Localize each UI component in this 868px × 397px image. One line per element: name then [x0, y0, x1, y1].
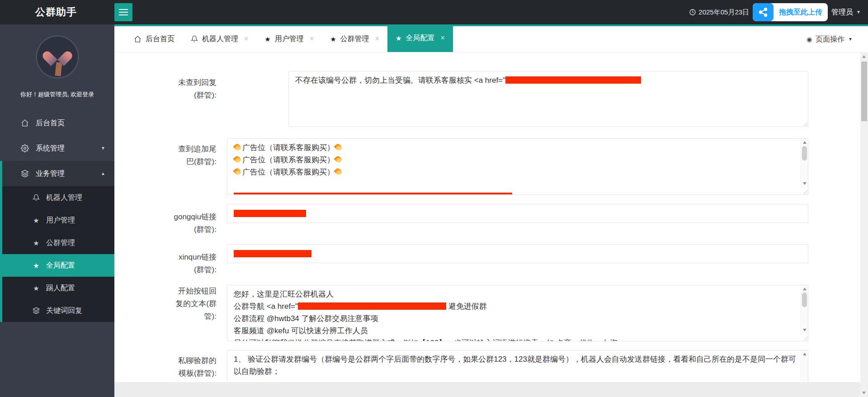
topbar-right: 2025年05月23日 拖拽至此上传 管理员 ▼ [689, 3, 868, 21]
fire-icon [233, 155, 242, 164]
redacted-text [234, 210, 306, 217]
current-date: 2025年05月23日 [689, 8, 749, 17]
upload-hint-label: 拖拽至此上传 [774, 8, 828, 17]
text-segment: 不存在该编号公群，切勿上当受骗。请联系客服核实 <a href=" [295, 76, 505, 85]
scroll-down-icon[interactable] [803, 182, 807, 185]
scrollbar-thumb[interactable] [802, 293, 807, 307]
fire-icon [334, 167, 343, 176]
no-result-reply-textarea[interactable]: 不存在该编号公群，切勿上当受骗。请联系客服核实 <a href=" [288, 71, 808, 127]
tab-robot-manage[interactable]: 机器人管理 × [183, 26, 256, 52]
text-segment: 广告位（请联系客服购买） [242, 143, 335, 152]
scroll-up-icon[interactable] [862, 55, 866, 58]
text-segment: 公群流程 @hwtb34 了解公群交易注意事项 [234, 314, 378, 323]
scroll-down-icon[interactable] [803, 329, 807, 331]
clock-icon [689, 9, 696, 16]
text-segment: 广告位（请联系客服购买） [242, 168, 335, 176]
redacted-text [234, 193, 512, 195]
sidebar-item-business-manage[interactable]: 业务管理 ▲ [2, 161, 114, 186]
field-label-xinqun-link: xinqun链接 (群管): [114, 251, 217, 276]
start-button-text-textarea[interactable]: 您好，这里是汇旺公群机器人公群导航 <a href=" 避免进假群公群流程 @h… [227, 285, 808, 341]
bell-icon [31, 194, 41, 201]
fire-icon [233, 143, 242, 152]
fire-icon [334, 155, 343, 164]
scroll-up-icon[interactable] [803, 353, 807, 355]
text-segment: 客服频道 @kefu 可以快速分辨工作人员 [234, 326, 368, 335]
tab-global-config[interactable]: ★ 全局配置 × [387, 24, 453, 52]
text-segment: 您好，这里是汇旺公群机器人 [234, 290, 334, 298]
sidebar-item-global-config[interactable]: ★ 全局配置 [2, 254, 114, 277]
star-icon: ★ [31, 240, 41, 246]
star-icon: ★ [396, 35, 401, 42]
field-label-start-button-text: 开始按钮回 复的文本(群 管): [114, 285, 217, 323]
home-icon [134, 35, 142, 43]
drag-upload-dropzone[interactable]: 拖拽至此上传 [753, 3, 828, 21]
text-segment: 广告位（请联系客服购买） [242, 156, 335, 164]
chevron-down-icon: ▼ [848, 37, 853, 42]
app-title: 公群助手 [0, 5, 114, 19]
close-icon[interactable]: × [310, 35, 314, 43]
scroll-up-icon[interactable] [803, 141, 807, 144]
welcome-text: 你好！超级管理员, 欢迎登录 [0, 90, 114, 99]
layers-icon [20, 170, 30, 178]
star-icon: ★ [31, 262, 41, 269]
sidebar-item-system-manage[interactable]: 系统管理 ▼ [0, 136, 114, 161]
tab-group-manage[interactable]: ★ 公群管理 × [322, 26, 387, 52]
sidebar-item-user-manage[interactable]: ★ 用户管理 [2, 209, 114, 232]
textarea-scrollbar[interactable] [801, 285, 808, 334]
scroll-down-icon[interactable] [862, 392, 866, 394]
text-segment: 避免进假群 [446, 302, 487, 311]
chevron-down-icon: ▼ [856, 10, 861, 14]
close-icon[interactable]: × [244, 35, 248, 43]
bottom-gray-band [114, 382, 860, 397]
tab-user-manage[interactable]: ★ 用户管理 × [256, 26, 322, 52]
star-icon: ★ [264, 36, 270, 43]
scrollbar-thumb[interactable] [861, 61, 867, 121]
star-icon: ★ [31, 285, 41, 292]
field-label-private-verify-template: 私聊验群的 模板(群管): [114, 354, 217, 380]
redacted-text [298, 302, 446, 310]
bell-icon [191, 35, 198, 43]
main-scrollbar[interactable] [860, 52, 868, 397]
result-tail-textarea[interactable]: 广告位（请联系客服购买）广告位（请联系客服购买）广告位（请联系客服购买） [227, 138, 808, 195]
sidebar-group-business: 业务管理 ▲ 机器人管理 ★ 用户管理 ★ [0, 161, 114, 322]
sidebar-item-dashboard[interactable]: 后台首页 [0, 110, 114, 136]
tab-bar: 后台首页 机器人管理 × ★ 用户管理 × ★ 公群管理 × ★ 全局 [114, 26, 868, 52]
sidebar-item-keyword-reply[interactable]: 关键词回复 [2, 299, 114, 322]
user-menu[interactable]: 管理员 ▼ [831, 8, 861, 17]
text-segment: 1、 验证公群请发群编号（群编号是公群两个字后面带的数字序号，如果公群123，1… [234, 355, 796, 376]
xinqun-link-input[interactable] [227, 244, 808, 263]
star-icon: ★ [330, 36, 336, 43]
menu-toggle-button[interactable] [114, 3, 132, 21]
chevron-down-icon: ▼ [101, 146, 105, 151]
page-actions-dropdown[interactable]: ◉ 页面操作 ▼ [807, 26, 853, 52]
redacted-text [234, 250, 311, 257]
textarea-scrollbar[interactable] [801, 350, 808, 381]
redacted-text [505, 76, 641, 84]
star-icon: ★ [31, 217, 41, 224]
avatar-wrap [0, 24, 114, 79]
gear-icon [20, 144, 30, 152]
scrollbar-thumb[interactable] [802, 146, 807, 161]
sidebar-item-kick-config[interactable]: ★ 踢人配置 [2, 277, 114, 299]
field-label-gongqiu-link: gongqiu链接 (群管): [114, 211, 217, 236]
field-label-no-result-reply: 未查到回复 (群管): [114, 76, 217, 102]
textarea-scrollbar[interactable] [801, 139, 808, 187]
fire-icon [334, 143, 343, 152]
share-icon [753, 3, 774, 21]
close-icon[interactable]: × [375, 35, 379, 43]
form-content: 未查到回复 (群管): 不存在该编号公群，切勿上当受骗。请联系客服核实 <a h… [114, 52, 868, 397]
tab-dashboard[interactable]: 后台首页 [126, 26, 183, 52]
sidebar-item-group-manage[interactable]: ★ 公群管理 [2, 232, 114, 254]
gongqiu-link-input[interactable] [227, 204, 808, 223]
top-bar: 公群助手 2025年05月23日 拖拽至此上传 管理员 ▼ [0, 0, 868, 24]
text-segment: 另外可以私聊我发送公群编号直接获取进群方式，例如【123】；也可以输入词语进行搜… [234, 339, 618, 341]
main-area: 后台首页 机器人管理 × ★ 用户管理 × ★ 公群管理 × ★ 全局 [114, 24, 868, 397]
close-icon[interactable]: × [440, 34, 444, 42]
heart-photo [48, 45, 66, 61]
scroll-up-icon[interactable] [803, 288, 807, 290]
fire-icon [233, 167, 242, 176]
fisheye-icon: ◉ [807, 36, 812, 43]
chevron-up-icon: ▲ [101, 171, 105, 176]
sidebar-item-robot-manage[interactable]: 机器人管理 [2, 186, 114, 209]
field-label-result-tail: 查到追加尾 巴(群管): [114, 143, 217, 168]
